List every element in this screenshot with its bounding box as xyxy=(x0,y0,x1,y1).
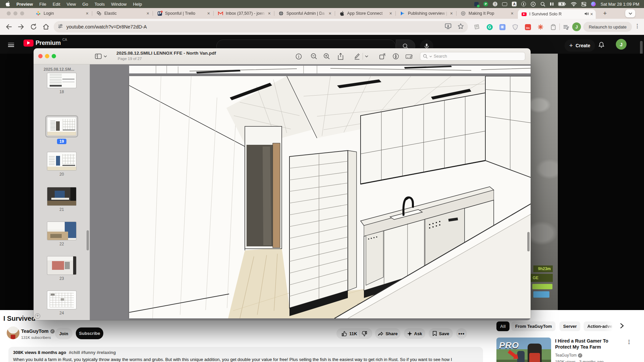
hamburger-menu-icon[interactable] xyxy=(8,42,14,48)
tab-close-icon[interactable]: × xyxy=(329,11,331,16)
trello-menubar-icon[interactable] xyxy=(474,1,479,7)
menu-help[interactable]: Help xyxy=(133,2,142,7)
tab-youtube-active[interactable]: I Survived Solo R × xyxy=(518,9,596,19)
address-bar[interactable]: youtube.com/watch?v=Dr8Ne72dD-A xyxy=(54,21,468,33)
filter-chip-from-channel[interactable]: From TeaGuyTom xyxy=(512,321,555,331)
tab-app-store-connect[interactable]: App Store Connect × xyxy=(336,8,395,19)
page-thumbnail-24[interactable]: 24 xyxy=(34,291,90,315)
onepassword-icon[interactable] xyxy=(521,1,526,7)
recommended-video-title[interactable]: I Hired a Rust Gamer To Protect My Tea F… xyxy=(555,338,622,350)
like-dislike-buttons[interactable]: 11K xyxy=(336,328,372,339)
menu-tools[interactable]: Tools xyxy=(95,2,105,7)
alert-app-icon[interactable]: ! xyxy=(493,1,497,7)
share-document-icon[interactable] xyxy=(337,53,344,60)
menu-go[interactable]: Go xyxy=(82,2,88,7)
install-icon[interactable] xyxy=(445,23,451,31)
sidebar-zoom-plus-button[interactable]: + xyxy=(35,313,40,319)
chrome-close-button[interactable] xyxy=(7,11,11,15)
menu-edit[interactable]: Edit xyxy=(53,2,60,7)
chrome-zoom-button[interactable] xyxy=(20,11,24,15)
recommended-kebab-icon[interactable]: ⋮ xyxy=(627,339,632,345)
zoom-out-icon[interactable] xyxy=(310,53,318,60)
recommended-video-thumbnail[interactable]: PRO xyxy=(496,338,551,362)
media-playlist-icon[interactable] xyxy=(563,24,569,30)
pdf-content-area[interactable] xyxy=(90,64,531,320)
notifications-bell-icon[interactable] xyxy=(598,42,605,50)
menu-file[interactable]: File xyxy=(39,2,46,7)
more-actions-button[interactable]: ••• xyxy=(456,328,467,339)
share-button[interactable]: Share xyxy=(375,328,400,339)
page-thumbnail-22[interactable]: 22 xyxy=(34,222,90,246)
join-button[interactable]: Join xyxy=(55,328,72,339)
extension-shield-icon[interactable] xyxy=(512,24,518,30)
filter-chip-server[interactable]: Server xyxy=(559,321,580,331)
control-center-icon[interactable] xyxy=(581,1,586,7)
tab-trello[interactable]: Spoonful | Trello × xyxy=(154,8,213,19)
save-button[interactable]: Save xyxy=(429,328,453,339)
zoom-in-icon[interactable] xyxy=(323,53,330,60)
reload-button[interactable] xyxy=(30,23,38,31)
display-icon[interactable] xyxy=(502,1,507,7)
apple-menu-icon[interactable] xyxy=(5,1,10,7)
chrome-profile-avatar[interactable]: J xyxy=(572,22,581,31)
input-source-icon[interactable]: A xyxy=(512,1,517,7)
create-button[interactable]: +Create xyxy=(565,40,595,52)
menubar-clock[interactable]: Sat Mar 28 1:09 PM xyxy=(600,2,639,7)
sidebar-scrollbar-thumb[interactable] xyxy=(87,230,89,250)
spotlight-icon[interactable] xyxy=(540,1,545,7)
preview-title-bar[interactable]: 2025.08.12.SMILI LENNOX FFE - North Van.… xyxy=(34,48,531,64)
pdf-search-field[interactable] xyxy=(420,52,525,61)
minimize-window-button[interactable] xyxy=(45,54,49,58)
p-status-icon[interactable]: P xyxy=(483,1,488,7)
back-button[interactable] xyxy=(5,23,13,31)
subscribe-button[interactable]: Subscribe xyxy=(76,327,103,339)
tab-inbox[interactable]: Inbox (37,507) - joen × xyxy=(214,8,273,19)
chrome-minimize-button[interactable] xyxy=(13,11,17,15)
play-status-icon[interactable] xyxy=(531,1,536,7)
tab-close-icon[interactable]: × xyxy=(511,11,514,16)
text-annotation-icon[interactable] xyxy=(406,53,413,60)
url-text[interactable]: youtube.com/watch?v=Dr8Ne72dD-A xyxy=(66,24,445,29)
sidebar-toggle-icon[interactable] xyxy=(95,53,102,60)
extension-grammarly-icon[interactable]: G xyxy=(486,24,493,30)
zoom-window-button[interactable] xyxy=(52,54,56,58)
extension-notes-icon[interactable] xyxy=(474,24,480,30)
tab-elastic[interactable]: Elastic × xyxy=(93,8,152,19)
tab-login[interactable]: Login × xyxy=(32,8,91,19)
description-box[interactable]: 308K views 8 months ago#chill #funny #re… xyxy=(8,347,483,362)
rotate-icon[interactable] xyxy=(379,53,386,60)
page-thumbnail-23[interactable]: 23 xyxy=(34,256,90,281)
new-tab-button[interactable]: + xyxy=(603,10,607,17)
extension-starburst-icon[interactable] xyxy=(537,24,544,30)
tab-search-chevron-button[interactable] xyxy=(625,9,635,17)
tab-close-icon[interactable]: × xyxy=(389,11,392,16)
filter-chip-action-adventure[interactable]: Action-adve xyxy=(584,321,613,331)
airpods-icon[interactable] xyxy=(550,1,553,7)
bookmark-star-icon[interactable] xyxy=(458,23,464,31)
ask-button[interactable]: Ask xyxy=(404,328,425,339)
tab-close-icon[interactable]: × xyxy=(147,11,149,16)
page-thumbnail-21[interactable]: 21 xyxy=(34,187,90,212)
info-icon[interactable] xyxy=(295,53,302,60)
channel-name[interactable]: TeaGuyTom✓ xyxy=(21,328,55,334)
menu-window[interactable]: Window xyxy=(111,2,126,7)
markup-chevron-icon[interactable] xyxy=(365,53,369,60)
markup-pencil-icon[interactable] xyxy=(353,53,361,60)
forward-button[interactable] xyxy=(17,23,25,31)
page-thumbnail-19-selected[interactable]: 19 xyxy=(34,115,90,144)
page-thumbnail-20[interactable]: 20 xyxy=(34,152,90,177)
preview-window[interactable]: 2025.08.12.SMILI LENNOX FFE - North Van.… xyxy=(34,48,531,320)
channel-avatar[interactable] xyxy=(7,326,19,339)
tab-making-it-pop[interactable]: Making It Pop × xyxy=(457,8,516,19)
siri-icon[interactable] xyxy=(591,1,596,7)
tab-spoonful-admin[interactable]: Spoonful Admin | Da × xyxy=(275,8,334,19)
menu-app-name[interactable]: Preview xyxy=(16,2,33,7)
extension-on-badge-icon[interactable]: On xyxy=(525,24,531,30)
youtube-premium-logo[interactable]: Premium xyxy=(23,40,61,47)
tab-close-icon[interactable]: × xyxy=(268,11,271,16)
youtube-profile-avatar[interactable]: J xyxy=(616,39,627,50)
tab-close-icon[interactable]: × xyxy=(86,11,89,16)
tab-close-icon[interactable]: × xyxy=(450,11,453,16)
extension-blue-icon[interactable] xyxy=(499,24,505,30)
battery-icon[interactable] xyxy=(558,1,566,7)
